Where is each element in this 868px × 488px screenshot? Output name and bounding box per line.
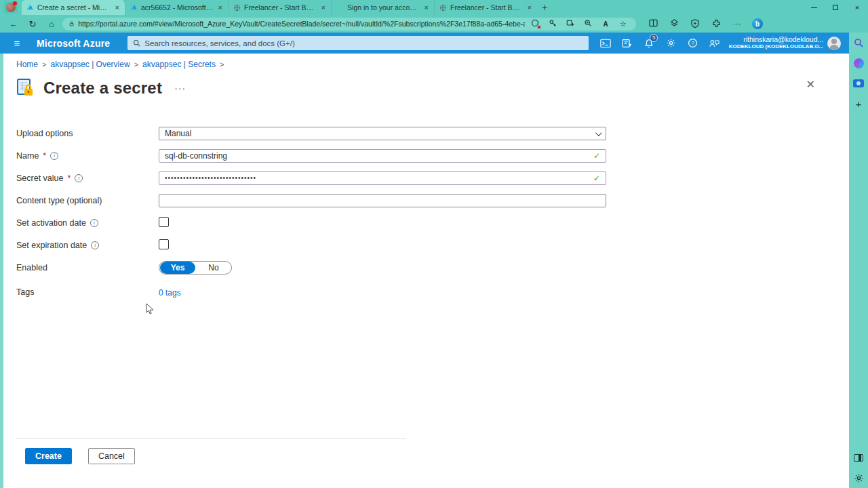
hamburger-menu-icon[interactable]: ≡ xyxy=(7,37,27,49)
user-avatar[interactable] xyxy=(827,37,841,50)
tab-sign-in[interactable]: Sign in to your account × xyxy=(331,0,434,15)
feedback-icon[interactable] xyxy=(707,37,722,50)
enabled-yes-option[interactable]: Yes xyxy=(160,262,195,274)
tab-freelancer-1[interactable]: Freelancer - Start Bootstrap The… × xyxy=(228,0,331,15)
info-icon[interactable]: i xyxy=(50,152,58,160)
breadcrumb: Home > akvappsec | Overview > akvappsec … xyxy=(16,60,849,69)
window-restore-button[interactable] xyxy=(825,0,846,15)
expiration-date-label: Set expiration date xyxy=(16,241,87,250)
tab-title: Create a secret - Microsoft Azure xyxy=(37,3,111,12)
back-icon[interactable]: ← xyxy=(5,19,22,29)
breadcrumb-secrets[interactable]: akvappsec | Secrets xyxy=(142,60,216,69)
tab-acr56652[interactable]: acr56652 - Microsoft Azure × xyxy=(125,0,228,15)
tab-title: Freelancer - Start Bootstrap The… xyxy=(244,3,317,12)
enabled-no-option[interactable]: No xyxy=(196,262,231,274)
sidebar-camera-icon[interactable] xyxy=(852,77,865,89)
tab-title: Freelancer - Start Bootstrap The… xyxy=(450,3,523,12)
window-controls: × xyxy=(803,0,868,15)
more-menu-icon[interactable]: ⋯ xyxy=(731,20,743,28)
name-label: Name xyxy=(16,151,39,161)
tab-close-icon[interactable]: × xyxy=(114,3,121,12)
info-icon[interactable]: i xyxy=(91,241,99,249)
footer-buttons: Create Cancel xyxy=(25,448,849,464)
site-permissions-icon[interactable] xyxy=(529,19,541,28)
secret-value-row: Secret value * i •••••••••••••••••••••••… xyxy=(16,171,849,185)
activation-date-checkbox[interactable] xyxy=(159,217,169,227)
sidebar-panel-icon[interactable] xyxy=(852,451,865,464)
content-type-row: Content type (optional) xyxy=(16,194,849,207)
extensions-icon[interactable] xyxy=(710,19,722,29)
password-key-icon[interactable] xyxy=(547,19,559,28)
secret-value-input-wrap: •••••••••••••••••••••••••••••• ✓ xyxy=(159,171,606,185)
tab-close-icon[interactable]: × xyxy=(423,3,430,12)
cloud-shell-icon[interactable] xyxy=(598,37,613,50)
account-button[interactable]: rithinskaria@kodekloud... KODEKLOUD (KOD… xyxy=(728,36,823,49)
secret-value-masked[interactable]: •••••••••••••••••••••••••••••• xyxy=(165,171,256,185)
tags-label: Tags xyxy=(16,287,34,297)
secret-vault-icon xyxy=(16,78,34,98)
breadcrumb-separator: > xyxy=(42,60,46,68)
required-asterisk: * xyxy=(43,151,46,161)
name-input-wrap: ✓ xyxy=(159,149,606,163)
directories-filter-icon[interactable] xyxy=(620,37,635,50)
help-icon[interactable]: ? xyxy=(685,37,700,50)
blade-title-row: Create a secret ··· xyxy=(16,78,849,98)
window-close-button[interactable]: × xyxy=(846,0,868,15)
address-bar[interactable]: https://portal.azure.com/#view/Microsoft… xyxy=(62,18,636,30)
settings-gear-icon[interactable] xyxy=(663,37,678,50)
activation-date-label: Set activation date xyxy=(16,218,86,228)
profile-notification-dot xyxy=(13,1,17,5)
create-button[interactable]: Create xyxy=(25,448,72,464)
context-menu-ellipsis-icon[interactable]: ··· xyxy=(174,83,186,94)
upload-options-dropdown[interactable]: Manual xyxy=(159,127,606,140)
info-icon[interactable]: i xyxy=(90,219,98,227)
browser-window: Create a secret - Microsoft Azure × acr5… xyxy=(0,0,868,488)
azure-favicon xyxy=(130,3,138,12)
zoom-icon[interactable] xyxy=(582,19,594,28)
content-type-input-wrap xyxy=(159,194,606,207)
enhance-icon[interactable] xyxy=(564,19,576,28)
blade-close-icon[interactable]: ✕ xyxy=(806,78,815,91)
breadcrumb-home[interactable]: Home xyxy=(16,60,38,69)
tab-close-icon[interactable]: × xyxy=(320,3,327,12)
new-tab-button[interactable]: + xyxy=(537,2,552,13)
sidebar-search-icon[interactable] xyxy=(852,37,865,49)
browser-tab-bar: Create a secret - Microsoft Azure × acr5… xyxy=(0,0,868,15)
edge-sidebar: + xyxy=(849,33,868,488)
copilot-icon[interactable]: b xyxy=(752,18,763,29)
split-screen-icon[interactable] xyxy=(647,19,659,28)
tab-freelancer-2[interactable]: Freelancer - Start Bootstrap The… × xyxy=(434,0,537,15)
azure-search-box[interactable] xyxy=(127,36,589,50)
content-type-input[interactable] xyxy=(165,196,600,205)
browser-profile-button[interactable] xyxy=(4,1,18,14)
user-tenant: KODEKLOUD (KODEKLOUDLAB.O... xyxy=(728,44,823,50)
azure-brand[interactable]: Microsoft Azure xyxy=(37,38,110,49)
browser-essentials-icon[interactable] xyxy=(689,19,701,29)
reload-icon[interactable]: ↻ xyxy=(24,19,41,29)
enabled-label: Enabled xyxy=(16,263,47,272)
alert-dot xyxy=(537,25,541,29)
footer-divider xyxy=(16,438,406,439)
azure-top-bar: ≡ Microsoft Azure 5 ? xyxy=(0,33,849,54)
search-input[interactable] xyxy=(144,39,583,47)
sidebar-settings-gear-icon[interactable] xyxy=(852,472,865,484)
collections-icon[interactable] xyxy=(668,19,680,28)
expiration-date-checkbox[interactable] xyxy=(159,239,169,249)
favorite-star-icon[interactable]: ☆ xyxy=(617,20,629,28)
tab-close-icon[interactable]: × xyxy=(217,3,224,12)
tab-close-icon[interactable]: × xyxy=(526,3,533,12)
notifications-bell-icon[interactable]: 5 xyxy=(642,37,656,50)
window-minimize-button[interactable] xyxy=(803,0,825,15)
info-icon[interactable]: i xyxy=(75,174,83,182)
home-icon[interactable]: ⌂ xyxy=(43,19,60,29)
sidebar-add-icon[interactable]: + xyxy=(852,98,865,110)
page-title: Create a secret xyxy=(43,79,162,98)
sidebar-copilot-icon[interactable] xyxy=(852,57,865,69)
tags-link[interactable]: 0 tags xyxy=(159,288,181,298)
breadcrumb-overview[interactable]: akvappsec | Overview xyxy=(50,60,130,69)
globe-favicon xyxy=(439,3,447,12)
read-aloud-icon[interactable]: A xyxy=(599,20,612,28)
tab-create-a-secret[interactable]: Create a secret - Microsoft Azure × xyxy=(22,0,125,15)
name-input[interactable] xyxy=(165,151,593,161)
cancel-button[interactable]: Cancel xyxy=(88,448,135,464)
